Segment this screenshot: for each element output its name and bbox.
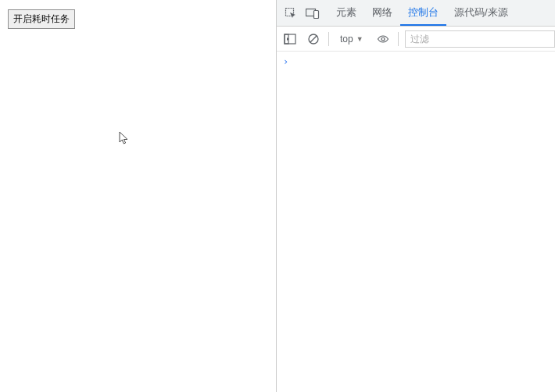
page-viewport: 开启耗时任务 xyxy=(0,0,277,392)
live-expression-icon[interactable] xyxy=(374,30,392,48)
mouse-cursor-icon xyxy=(119,131,130,145)
separator xyxy=(328,32,329,46)
console-context-selector[interactable]: top ▼ xyxy=(335,32,368,46)
console-toolbar: top ▼ xyxy=(277,27,555,52)
device-toolbar-icon[interactable] xyxy=(302,2,324,24)
console-context-label: top xyxy=(340,34,353,45)
svg-point-7 xyxy=(381,37,385,41)
svg-line-6 xyxy=(310,36,317,42)
svg-rect-3 xyxy=(285,34,295,44)
start-long-task-button[interactable]: 开启耗时任务 xyxy=(8,9,75,29)
chevron-down-icon: ▼ xyxy=(356,35,363,43)
inspect-element-icon[interactable] xyxy=(280,2,302,24)
tab-elements[interactable]: 元素 xyxy=(328,0,364,26)
tab-sources[interactable]: 源代码/来源 xyxy=(446,0,516,26)
app-root: 开启耗时任务 元素 网络 控制台 xyxy=(0,0,555,392)
devtools-tabs: 元素 网络 控制台 源代码/来源 xyxy=(328,0,516,26)
devtools-tabstrip: 元素 网络 控制台 源代码/来源 xyxy=(277,0,555,27)
toggle-sidebar-icon[interactable] xyxy=(281,30,299,48)
console-output[interactable]: › xyxy=(277,52,555,392)
clear-console-icon[interactable] xyxy=(305,30,322,48)
svg-rect-2 xyxy=(314,10,319,18)
console-prompt-icon: › xyxy=(283,56,288,67)
tab-network[interactable]: 网络 xyxy=(364,0,400,26)
separator xyxy=(398,32,399,46)
console-filter-input[interactable] xyxy=(405,30,555,48)
tab-console[interactable]: 控制台 xyxy=(400,0,446,26)
devtools-panel: 元素 网络 控制台 源代码/来源 xyxy=(277,0,555,392)
